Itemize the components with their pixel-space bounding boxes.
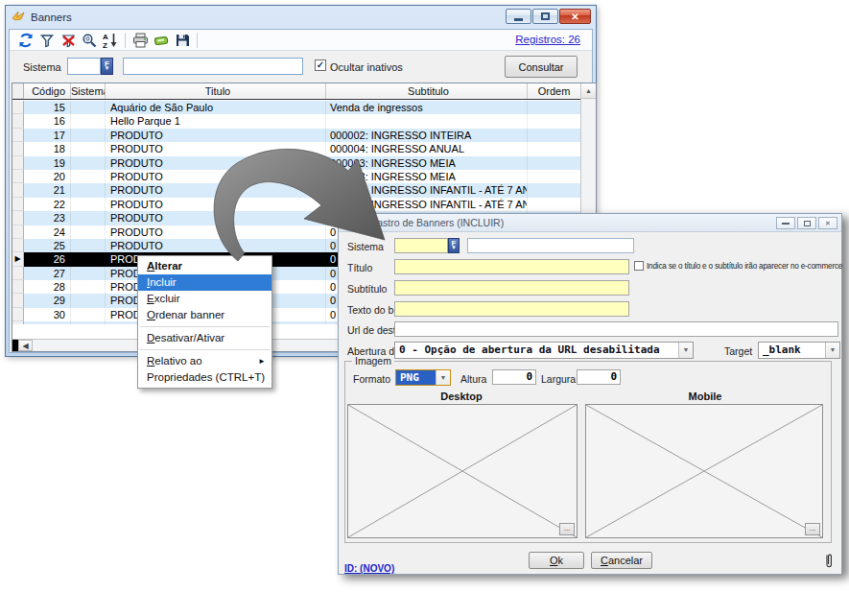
sistema-lookup-button[interactable]: F▼: [101, 58, 113, 75]
column-header[interactable]: Subtitulo: [326, 83, 528, 99]
close-button[interactable]: ✕: [559, 9, 591, 24]
row-indicator: [12, 114, 24, 128]
column-header[interactable]: Ordem: [528, 83, 581, 99]
app-icon: [12, 9, 26, 26]
mobile-browse-button[interactable]: ...: [805, 523, 820, 535]
context-menu: AlterarIncluirExcluirOrdenar bannerDesat…: [137, 255, 272, 389]
registros-link[interactable]: Registros: 26: [515, 34, 580, 45]
titulo-input[interactable]: [394, 259, 629, 274]
grid-cell: [71, 280, 106, 294]
menu-item-relativo-ao[interactable]: Relativo ao►: [138, 353, 271, 369]
menu-item-excluir[interactable]: Excluir: [138, 291, 271, 307]
dialog-titlebar[interactable]: Cadastro de Banners (INCLUIR) ✕: [339, 214, 841, 232]
row-indicator: [12, 308, 24, 321]
texto-botao-input[interactable]: [394, 301, 629, 317]
column-header[interactable]: Código: [24, 83, 71, 99]
menu-item-propriedades-ctrl-t[interactable]: Propriedades (CTRL+T): [138, 369, 271, 386]
clear-filter-icon: [60, 33, 77, 48]
ocultar-inativos-label: Ocultar inativos: [330, 61, 403, 73]
desktop-browse-button[interactable]: ...: [559, 523, 575, 535]
lookup-arrows-icon: ▼: [451, 246, 457, 250]
mobile-image-placeholder[interactable]: ...: [585, 404, 823, 538]
cancelar-button[interactable]: Cancelar: [591, 552, 652, 569]
paperclip-icon[interactable]: [824, 552, 834, 575]
clear-filter-button[interactable]: [58, 31, 79, 50]
dialog-minimize-button[interactable]: [776, 217, 795, 229]
altura-label: Altura: [460, 373, 486, 385]
grid-cell: [71, 225, 106, 239]
row-indicator: [12, 211, 24, 225]
menu-item-desativar-ativar[interactable]: Desativar/Ativar: [138, 330, 271, 346]
ecommerce-checkbox[interactable]: [634, 261, 644, 271]
dialog-sistema-code-input[interactable]: [394, 238, 448, 253]
altura-input[interactable]: 0: [492, 369, 536, 385]
filter-bar: Sistema F▼ ✓ Ocultar inativos Consultar: [10, 52, 592, 83]
grid-cell: [528, 129, 581, 142]
consultar-button[interactable]: Consultar: [505, 56, 578, 78]
minimize-button[interactable]: [506, 9, 531, 24]
grid-cell: [528, 156, 581, 170]
grid-header: CódigoSistemaTituloSubtituloOrdem: [12, 83, 581, 100]
maximize-button[interactable]: [532, 9, 558, 24]
target-select[interactable]: _blank ▼: [758, 342, 840, 359]
chevron-down-icon[interactable]: ▼: [825, 343, 839, 358]
grid-cell: [71, 321, 106, 324]
ocultar-inativos-checkbox[interactable]: ✓: [315, 59, 326, 71]
sistema-name-field: [123, 58, 303, 75]
grid-cell: 31: [24, 321, 71, 324]
minimize-icon: [514, 18, 523, 21]
formato-select[interactable]: PNG ▼: [395, 369, 451, 386]
dialog-maximize-button[interactable]: [797, 217, 816, 229]
grid-cell: [71, 101, 106, 114]
desktop-image-placeholder[interactable]: ...: [347, 404, 578, 538]
grid-cell: 28: [24, 280, 71, 294]
grid-cell: 29: [24, 294, 71, 307]
filter-button[interactable]: [36, 31, 58, 50]
row-indicator: [12, 156, 24, 170]
url-destino-input[interactable]: [394, 321, 838, 337]
column-header[interactable]: Titulo: [106, 83, 326, 99]
print-button[interactable]: [130, 31, 151, 50]
menu-item-ordenar-banner[interactable]: Ordenar banner: [138, 307, 271, 323]
dialog-sistema-lookup-button[interactable]: F▼: [448, 238, 460, 253]
chevron-down-icon[interactable]: ▼: [436, 370, 450, 385]
refresh-button[interactable]: [15, 31, 36, 50]
table-row[interactable]: 15Aquário de São PauloVenda de ingressos: [12, 101, 581, 114]
search-button[interactable]: [79, 31, 100, 50]
menu-item-incluir[interactable]: Incluir: [138, 274, 271, 291]
largura-input[interactable]: 0: [577, 369, 621, 385]
abertura-url-value: 0 - Opção de abertura da URL desabilitad…: [395, 343, 678, 358]
grid-cell: [528, 101, 581, 114]
sistema-code-input[interactable]: [67, 58, 101, 75]
grid-cell: 26: [24, 252, 71, 266]
sort-button[interactable]: AZ: [100, 31, 121, 50]
scroll-up-icon[interactable]: ▲: [581, 83, 596, 99]
print-icon: [132, 33, 149, 48]
column-header[interactable]: Sistema: [71, 83, 106, 99]
ok-button[interactable]: Ok: [529, 552, 584, 569]
chevron-down-icon[interactable]: ▼: [678, 343, 693, 358]
grid-cell: 15: [24, 101, 71, 114]
scroll-left-icon[interactable]: ◀: [18, 340, 33, 351]
subtitulo-input[interactable]: [394, 280, 629, 296]
sistema-label: Sistema: [23, 61, 61, 73]
id-novo-link[interactable]: ID: (NOVO): [344, 563, 394, 574]
grid-cell: [71, 183, 106, 197]
menu-separator: [140, 326, 270, 327]
dialog-close-button[interactable]: ✕: [818, 217, 837, 229]
largura-label: Largura: [541, 373, 576, 385]
grid-cell: 24: [24, 225, 71, 239]
row-indicator: [12, 239, 24, 252]
table-row[interactable]: 16Hello Parque 1: [12, 114, 581, 128]
grid-cell: 19: [24, 156, 71, 170]
mobile-label: Mobile: [585, 391, 825, 402]
export-button[interactable]: [151, 31, 172, 50]
imagem-groupbox: Imagem Formato PNG ▼ Altura 0 Largura 0 …: [344, 361, 832, 543]
submenu-arrow-icon: ►: [258, 353, 266, 369]
save-button[interactable]: [172, 31, 193, 50]
banners-titlebar[interactable]: Banners ✕: [6, 6, 596, 29]
abertura-url-select[interactable]: 0 - Opção de abertura da URL desabilitad…: [394, 342, 694, 359]
grid-cell: [71, 252, 106, 266]
row-indicator: [12, 321, 24, 324]
grid-cell: [71, 239, 106, 252]
